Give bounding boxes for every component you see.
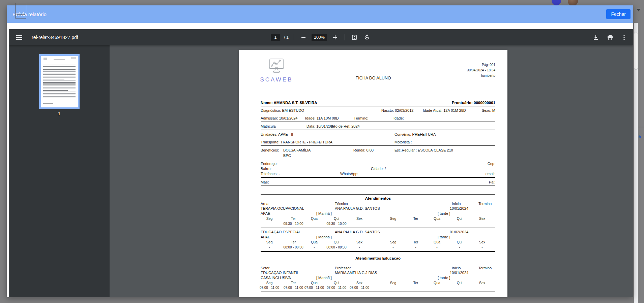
field-mae: Mãe: <box>261 180 269 184</box>
field-email: email: <box>486 172 495 176</box>
col-header-area: Área <box>261 202 268 206</box>
field-beneficios: Benefícios: <box>261 148 279 152</box>
pdf-content-area: SCAWEB FICHA DO ALUNO Pág: 001 30/04/202… <box>110 45 633 297</box>
col-header-setor: Setor <box>261 266 269 270</box>
col-header-inicio: Início <box>452 266 461 270</box>
field-esc-regular: Esc.Regular : ESCOLA CLASE 210 <box>394 148 453 152</box>
entry-unidade: CASA INCLUSIVA <box>261 276 291 280</box>
zoom-level-value[interactable]: 100% <box>312 34 327 41</box>
entry-inicio: 10/01/2024 <box>450 206 468 210</box>
background-window-artifact <box>15 3 26 19</box>
entry-inicio: 01/02/2024 <box>450 230 468 234</box>
thumbnail-sidebar: 1 <box>9 45 110 297</box>
print-icon[interactable] <box>606 33 614 42</box>
document-meta: Pág: 001 30/04/2024 - 18:34 humberto <box>467 62 495 78</box>
field-nascto: Nascto: 02/03/2012 <box>381 108 413 112</box>
meta-datetime: 30/04/2024 - 18:34 <box>467 68 495 73</box>
field-idade2: Idade: <box>393 116 404 120</box>
field-admissao: Admissão: 10/01/2024 <box>261 116 297 120</box>
col-header-tecnico: Técnico <box>335 202 348 206</box>
hamburger-menu-icon[interactable] <box>15 33 24 42</box>
entry-inicio: 10/01/2024 <box>450 271 468 275</box>
entry-unidade: APAE <box>261 211 270 215</box>
field-nome: Nome: AMANDA S.T. SILVEIRA <box>261 101 317 105</box>
thumbnail-content <box>41 56 78 107</box>
background-dropdown-caret-icon <box>637 9 641 11</box>
close-button[interactable]: Fechar <box>606 9 631 19</box>
section-title-atendimentos-educacao: Atendimentos Educação <box>261 256 495 260</box>
background-divider <box>638 127 644 127</box>
toolbar-divider <box>345 34 345 40</box>
meta-page: Pág: 001 <box>467 62 495 68</box>
col-header-inicio: Início <box>452 202 461 206</box>
background-notification-badge <box>552 0 561 5</box>
entry-area: TERAPIA OCUPACIONAL <box>261 206 304 210</box>
pdf-page: SCAWEB FICHA DO ALUNO Pág: 001 30/04/202… <box>239 50 507 297</box>
label-manha: [ Manhã ] <box>316 276 332 280</box>
modal-header: Prévia relatório Fechar <box>7 5 633 23</box>
field-unidades: Unidades: APAE - II <box>261 132 293 136</box>
monitor-chart-icon <box>267 58 286 74</box>
thumbnail-page-number: 1 <box>9 111 110 116</box>
field-transporte: Transporte: TRANSPORTE - PREFEITURA <box>261 140 332 144</box>
entry-unidade: APAE <box>261 235 270 239</box>
zoom-in-icon[interactable] <box>331 33 340 42</box>
more-vertical-icon[interactable] <box>620 33 628 42</box>
field-prontuario: Prontuário: 0000000001 <box>452 101 495 105</box>
field-beneficio-1: BOLSA FAMÍLIA <box>283 148 311 152</box>
page-number-input[interactable] <box>271 34 280 41</box>
pdf-viewer: rel-relat-34691827.pdf / 1 100% <box>9 29 633 297</box>
page-thumbnail[interactable] <box>39 54 80 109</box>
field-motorista: Motorista : <box>394 140 412 144</box>
field-idade: Idade: 11A 10M 08D <box>305 116 339 120</box>
fit-page-icon[interactable] <box>350 33 359 42</box>
entry-professor: MARIA AMÉLIA G.J.DIAS <box>335 271 377 275</box>
browser-scrollbar-thumb[interactable] <box>634 32 638 70</box>
pdf-toolbar: rel-relat-34691827.pdf / 1 100% <box>9 29 633 45</box>
field-diagnostico: Diagnóstico: EM ESTUDO <box>261 108 304 112</box>
field-bairro: Bairro: <box>261 167 271 171</box>
field-whatsapp: WhatsApp: <box>340 172 358 176</box>
entry-setor: EDUCAÇÃO INFANTIL <box>261 271 299 275</box>
field-telefones: Telefones: - <box>261 172 280 176</box>
label-manha: [ Manhã ] <box>316 211 332 215</box>
field-convenio: Convênio: PREFEITURA <box>394 132 436 136</box>
entry-tecnico: ANA PAULA G.D. SANTOS <box>335 230 380 234</box>
label-tarde: [ tarde ] <box>438 211 450 215</box>
label-tarde: [ tarde ] <box>438 276 450 280</box>
col-header-termino: Termino <box>478 266 492 270</box>
zoom-out-icon[interactable] <box>299 33 308 42</box>
pdf-filename: rel-relat-34691827.pdf <box>32 35 78 40</box>
field-cep: Cep: <box>488 162 495 166</box>
field-renda: Renda: 0,00 <box>353 148 374 152</box>
col-header-professor: Professor <box>335 266 351 270</box>
col-header-termino: Termino <box>478 202 492 206</box>
toolbar-divider <box>294 34 294 40</box>
entry-area: EDUCAÇAO ESPECIAL <box>261 230 301 234</box>
field-idade-atual: Idade Atual: 12A 01M 28D <box>423 108 466 112</box>
field-endereco: Endereço: <box>261 162 277 166</box>
page-count-label: / 1 <box>284 35 289 40</box>
field-matricula: Matricula <box>261 124 276 128</box>
report-preview-modal: Prévia relatório Fechar rel-relat-346918… <box>7 5 633 297</box>
meta-user: humberto <box>467 73 495 78</box>
field-ano-ref: Ano de Ref: 2024 <box>331 124 360 128</box>
section-title-atendimentos: Atendimentos <box>261 196 495 200</box>
field-pai: Pai: <box>489 180 495 184</box>
rotate-ccw-icon[interactable] <box>362 33 371 42</box>
field-termino: Término: <box>354 116 368 120</box>
field-cidade: Cidade: / <box>371 167 386 171</box>
browser-scrollbar-track[interactable] <box>634 23 638 303</box>
label-manha: [ Manhã ] <box>316 235 332 239</box>
field-beneficio-2: BPC <box>283 154 291 158</box>
entry-tecnico: ANA PAULA G.D. SANTOS <box>335 206 380 210</box>
field-sexo: Sexo: M <box>482 108 495 112</box>
label-tarde: [ tarde ] <box>438 235 450 239</box>
download-icon[interactable] <box>591 33 600 42</box>
